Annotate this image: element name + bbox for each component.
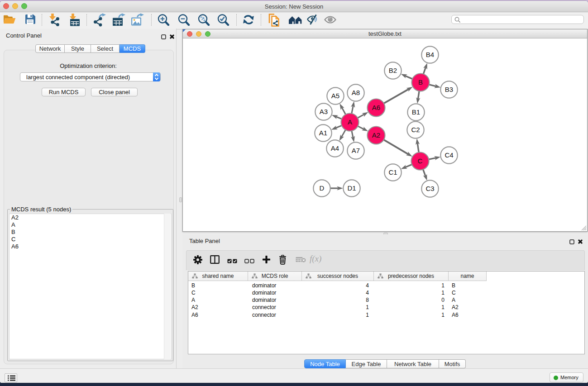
mcds-result-list[interactable]: A2ABCA6 [9,214,172,359]
refresh-icon[interactable] [242,14,255,26]
column-header-name[interactable]: name [449,272,487,281]
graph-edge-A-A7[interactable] [352,131,353,138]
clone-network-icon[interactable] [268,13,281,26]
result-item[interactable]: A6 [10,243,171,250]
cell-name[interactable]: A6 [449,311,487,319]
cell-MCDS-role[interactable]: connector [248,304,302,311]
graph-edge-A-A4[interactable] [341,130,345,137]
memory-button[interactable]: Memory [550,372,583,382]
split-columns-icon[interactable] [210,255,220,266]
tab-network[interactable]: Network [35,44,65,53]
result-scrollbar[interactable] [164,214,171,359]
graph-edge-C-C4[interactable] [429,158,436,159]
table-row-A6[interactable]: A6connector11A6 [188,311,585,319]
table-settings-gear-icon[interactable] [193,255,203,267]
cell-predecessor-nodes[interactable]: 1 [374,282,449,289]
graph-edge-B-B4[interactable] [423,67,425,74]
cell-name[interactable]: B [449,282,487,289]
tab-node-table[interactable]: Node Table [304,359,346,368]
cell-predecessor-nodes[interactable]: 1 [374,304,449,311]
cell-shared-name[interactable]: A2 [188,304,248,311]
close-table-panel-icon[interactable] [578,238,583,246]
result-item[interactable]: A [10,221,171,229]
search-box[interactable] [451,15,584,24]
cell-shared-name[interactable]: A6 [188,311,248,319]
export-network-icon[interactable] [93,13,107,26]
cell-name[interactable]: A [449,296,487,304]
cell-successor-nodes[interactable]: 4 [302,282,374,289]
network-canvas[interactable]: AA6A2BCA1A3A5A8A4A7B1B2B3B4C1C2C3C4DD1 [183,38,587,231]
task-history-button[interactable] [5,373,17,382]
tab-edge-table[interactable]: Edge Table [346,359,387,368]
graph-edge-A2-C[interactable] [384,140,408,154]
close-panel-button[interactable]: Close panel [91,88,138,96]
graph-edge-C-C3[interactable] [423,169,425,176]
show-all-icon[interactable] [288,15,303,28]
graph-edge-B-B1[interactable] [418,91,419,99]
cell-successor-nodes[interactable]: 4 [302,289,374,296]
table-row-C[interactable]: Cdominator41C [188,289,585,296]
graph-edge-A-A3[interactable] [336,117,342,119]
result-item[interactable]: C [10,236,171,243]
zoom-in-icon[interactable] [157,13,170,26]
tab-style[interactable]: Style [65,44,91,53]
cell-shared-name[interactable]: B [188,282,248,289]
select-all-checkboxes-icon[interactable] [227,257,237,265]
zoom-out-icon[interactable] [177,13,190,26]
import-table-icon[interactable] [67,13,80,26]
cell-MCDS-role[interactable]: connector [248,311,302,319]
run-mcds-button[interactable]: Run MCDS [42,88,86,96]
graph-edge-A-A6[interactable] [358,114,364,118]
cell-predecessor-nodes[interactable]: 1 [374,311,449,319]
zoom-fit-icon[interactable] [197,13,210,26]
column-header-successor-nodes[interactable]: successor nodes [302,272,374,281]
cell-shared-name[interactable]: C [188,289,248,296]
tab-motifs[interactable]: Motifs [439,359,466,368]
show-selected-icon[interactable] [324,16,336,29]
cell-shared-name[interactable]: A [188,296,248,304]
cell-MCDS-role[interactable]: dominator [248,296,302,304]
search-input[interactable] [463,16,580,23]
vertical-splitter-handle[interactable] [179,197,182,202]
tab-select[interactable]: Select [91,44,120,53]
graph-edge-A-A8[interactable] [352,106,353,114]
open-file-icon[interactable] [3,14,16,27]
cell-successor-nodes[interactable]: 1 [302,304,374,311]
resize-grip-icon[interactable] [581,225,587,231]
graph-edge-A-A1[interactable] [335,125,342,128]
graph-edge-A-A2[interactable] [358,126,364,129]
graph-edge-B-B2[interactable] [405,76,412,79]
criterion-dropdown[interactable]: largest connected component (directed) [20,72,161,81]
cell-MCDS-role[interactable]: dominator [248,282,302,289]
delete-column-trash-icon[interactable] [278,255,287,267]
graph-edge-A6-B[interactable] [384,89,409,103]
deselect-all-checkboxes-icon[interactable] [244,257,254,265]
cell-MCDS-role[interactable]: dominator [248,289,302,296]
function-builder-icon[interactable]: f(x) [310,254,321,264]
cell-successor-nodes[interactable]: 8 [302,296,374,304]
hide-selected-icon[interactable] [306,14,319,27]
column-header-predecessor-nodes[interactable]: predecessor nodes [374,272,449,281]
table-row-B[interactable]: Bdominator41B [188,282,585,289]
zoom-selected-icon[interactable] [217,13,229,26]
graph-edge-C-C1[interactable] [405,165,412,167]
table-row-A2[interactable]: A2connector11A2 [188,304,585,311]
add-column-icon[interactable] [262,255,271,266]
float-table-panel-icon[interactable] [569,238,574,246]
result-item[interactable]: B [10,229,171,236]
save-session-icon[interactable] [24,14,36,26]
cell-predecessor-nodes[interactable]: 1 [374,289,449,296]
float-panel-icon[interactable] [161,33,166,41]
cell-successor-nodes[interactable]: 1 [302,311,374,319]
cell-predecessor-nodes[interactable]: 0 [374,296,449,304]
cell-name[interactable]: C [449,289,487,296]
column-header-MCDS-role[interactable]: MCDS role [248,272,302,281]
cell-name[interactable]: A2 [449,304,487,311]
delete-table-icon[interactable] [296,257,306,265]
column-header-shared-name[interactable]: shared name [188,272,248,281]
table-row-A[interactable]: Adominator80A [188,296,585,304]
export-image-icon[interactable] [130,13,145,26]
graph-edge-A-A5[interactable] [342,108,345,114]
close-panel-icon[interactable] [169,33,175,41]
export-table-icon[interactable] [112,13,126,26]
